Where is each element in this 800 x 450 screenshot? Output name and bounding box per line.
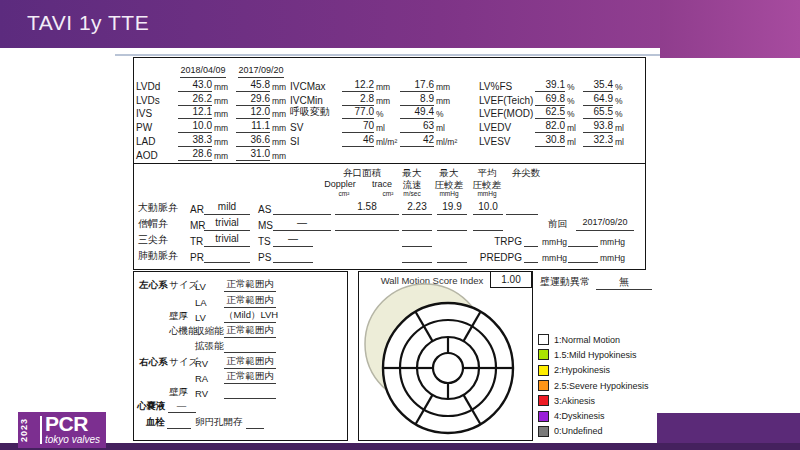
qualitative-row: LA 正常範囲内 [134,292,347,307]
meanpg-value: 10.0 [473,201,503,215]
item-label: LV [195,281,224,292]
measurement-value-previous: 35.4 [583,79,613,92]
measurement-value-current: 12.1 [178,106,212,119]
maxpg-value [437,249,467,263]
legend-color-swatch [538,395,549,406]
qualitative-row: 右心系 サイズ RV 正常範囲内 [134,353,347,368]
logo-subtitle: tokyo valves [45,434,100,445]
legend-color-swatch [538,426,549,437]
legend-item: 1:Normal Motion [538,332,649,347]
trpg-value-previous [568,233,598,247]
measurement-unit: ml [613,123,631,133]
measurements-panel: 2018/04/09 2017/09/20 LVDd 43.0 mm 45.8 … [133,57,646,163]
valve-row-pulmonary: 肺動脈弁 PR PS PREDPG mmHg mmHg [134,249,645,265]
measurement-value-current: 46 [342,134,374,147]
legend-label: 3:Akinesis [554,396,595,406]
measurement-value-previous: 36.6 [236,134,270,147]
slide-title: TAVI 1y TTE [27,11,149,35]
measurement-value-current: 26.2 [178,93,212,106]
measurement-row: LV%FS 39.1 % 35.4 % [479,78,631,92]
measurement-unit: ml/m² [434,137,460,147]
trpg-label: TRPG [474,236,522,247]
category-label: 壁厚 [169,310,195,323]
previous-exam-label: 前回 [548,218,567,231]
valve-row-aortic: 大動脈弁 AR mild AS 1.58 2.23 19.9 10.0 [134,201,645,217]
measurement-value-previous: 32.3 [583,134,613,147]
measurement-value-previous: 64.9 [583,93,613,106]
thrombus-value [167,416,191,429]
measurement-row: AOD 28.6 mm 31.0 mm [136,147,294,161]
measurement-row: PW 10.0 mm 11.1 mm [136,119,294,133]
measurement-unit: mm [434,82,460,92]
measurement-row: LVDd 43.0 mm 45.8 mm [136,78,294,92]
wall-motion-legend-zone: 壁運動異常 無 1:Normal Motion 1.5:Mild Hypokin… [536,271,670,443]
legend-label: 1.5:Mild Hypokinesis [554,350,637,360]
assessment-value: （Mild）LVH [224,309,276,323]
measurement-label: 呼吸変動 [290,105,342,119]
item-label: 収縮能 [195,325,224,338]
measurement-label: LAD [136,136,178,147]
measurement-value-current: 30.8 [535,134,565,147]
valve-row-mitral: 僧帽弁 MR trivial MS — 前回 2017/09/20 [134,217,645,233]
measurement-row: LVEF(MOD) 62.5 % 65.5 % [479,106,631,120]
maxpg-value [437,217,467,231]
measurement-unit: % [434,109,460,119]
qualitative-row: 左心系 サイズ LV 正常範囲内 [134,277,347,292]
measurement-value-previous: 49.4 [400,106,434,119]
measurement-label: PW [136,122,178,133]
predpg-value-previous [568,249,598,263]
category-label: サイズ [169,279,195,292]
legend-item: 1.5:Mild Hypokinesis [538,347,649,362]
measurement-value-current: 10.0 [178,120,212,133]
qualitative-row: 心機能 収縮能 正常範囲内 [134,323,347,338]
system-label: 左心系 [139,279,169,292]
item-label: 拡張能 [195,340,224,353]
measurement-value-current: 38.3 [178,134,212,147]
measurement-row: IVCMin 2.8 mm 8.9 mm [290,92,460,106]
measurement-row: SV 70 ml 63 ml [290,119,460,133]
regurgitation-value: trivial [204,217,250,231]
measurement-value-previous: 8.9 [400,93,434,106]
measurement-value-previous: 65.5 [583,106,613,119]
stenosis-value: — [273,217,331,231]
item-label: RV [195,388,224,399]
measurement-unit: mm [270,151,294,161]
measurement-value-current: 39.1 [535,79,565,92]
measurement-label: LVDd [136,81,178,92]
logo-divider [40,416,42,444]
legend-item: 3:Akinesis [538,393,649,408]
measurement-row: LVEDV 82.0 ml 93.8 ml [479,119,631,133]
measurement-value-current: 69.8 [535,93,565,106]
legend-label: 1:Normal Motion [554,335,620,345]
valve-row-tricuspid: 三尖弁 TR trivial TS — TRPG mmHg mmHg [134,233,645,249]
measurement-label: LVESV [479,136,535,147]
mmhg-unit: mmHg [600,253,625,263]
vmax-value [402,233,432,247]
assessment-value [224,385,276,399]
mmhg-unit: mmHg [542,253,567,263]
measurement-value-previous: 42 [400,134,434,147]
category-label: 壁厚 [169,386,195,399]
measurement-value-current: 77.0 [342,106,374,119]
measurement-label: SV [290,122,342,133]
legend-label: 2.5:Severe Hypokinesis [554,381,649,391]
wall-motion-legend: 1:Normal Motion 1.5:Mild Hypokinesis 2:H… [538,332,649,439]
item-label: RV [195,358,224,369]
vmax-value: 2.23 [402,201,432,215]
mmhg-unit: mmHg [470,190,504,197]
stenosis-label: PS [258,252,271,263]
measurement-unit: % [613,82,631,92]
legend-label: 2:Hypokinesis [554,365,610,375]
wall-motion-abnormality-value: 無 [596,275,652,290]
measurement-value-current: 12.2 [342,79,374,92]
measurement-unit: % [613,109,631,119]
predpg-label: PREDPG [474,252,522,263]
regurgitation-label: PR [190,252,204,263]
wall-motion-panel: Wall Motion Score Index 1.00 [358,271,533,441]
legend-color-swatch [538,334,549,345]
measurement-label: LVDs [136,95,178,106]
measurement-row: LVEF(Teich) 69.8 % 64.9 % [479,92,631,106]
report-top-edge [115,54,660,56]
mmhg-unit: mmHg [600,237,625,247]
measurement-row: LVESV 30.8 ml 32.3 ml [479,133,631,147]
